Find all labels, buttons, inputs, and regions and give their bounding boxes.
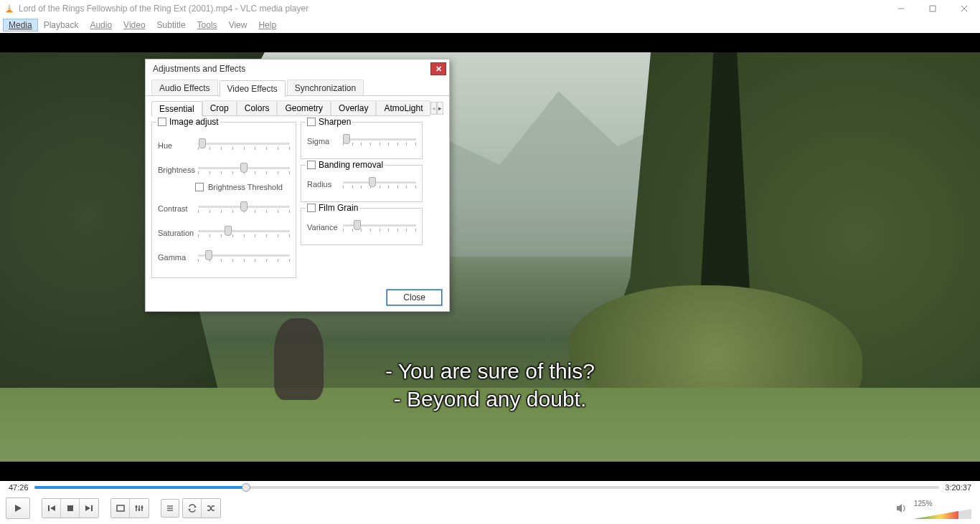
video-area[interactable]: - You are sure of this? - Beyond any dou… [0,33,980,481]
menu-view[interactable]: View [223,19,253,32]
dialog-close-button[interactable]: ✕ [430,62,446,75]
label-image-adjust: Image adjust [169,117,219,127]
view-group [110,498,149,518]
minimize-button[interactable] [885,0,917,17]
loop-button[interactable] [183,499,202,518]
label-brightness-threshold: Brightness Threshold [208,183,283,191]
group-image-adjust: Image adjust Hue Brightness Brightness T… [151,122,296,278]
slider-sigma[interactable] [343,134,416,148]
label-banding-removal: Banding removal [319,160,383,170]
close-button[interactable] [948,0,980,17]
window-title: Lord of the Rings Fellowship of the Ring… [19,4,885,14]
svg-rect-13 [91,505,93,511]
menubar: Media Playback Audio Video Subtitle Tool… [0,17,980,33]
menu-subtitle[interactable]: Subtitle [151,19,192,32]
volume-slider[interactable] [914,508,971,520]
window-controls [885,0,980,17]
subtab-overlay[interactable]: Overlay [331,100,376,115]
speaker-icon[interactable] [895,502,908,515]
maximize-button[interactable] [917,0,948,17]
label-saturation: Saturation [158,229,195,237]
subtitle-line-2: - Beyond any doubt. [385,385,595,413]
label-brightness: Brightness [158,166,195,174]
svg-marker-28 [914,511,958,519]
subtab-scroll-right[interactable]: ▸ [437,102,443,115]
vlc-cone-icon [4,4,14,14]
menu-audio[interactable]: Audio [84,19,118,32]
checkbox-film-grain[interactable] [307,204,316,212]
label-gamma: Gamma [158,253,195,262]
menu-video[interactable]: Video [118,19,151,32]
subtab-colors[interactable]: Colors [237,100,278,115]
extended-settings-button[interactable] [130,499,149,518]
label-sigma: Sigma [307,137,340,146]
titlebar: Lord of the Rings Fellowship of the Ring… [0,0,980,17]
slider-variance[interactable] [343,220,416,234]
next-button[interactable] [80,499,98,518]
dialog-titlebar[interactable]: Adjustments and Effects ✕ [146,59,449,78]
checkbox-banding-removal[interactable] [307,161,316,169]
label-variance: Variance [307,223,340,232]
shuffle-button[interactable] [202,499,220,518]
label-radius: Radius [307,180,340,189]
close-button[interactable]: Close [387,290,442,305]
subtab-geometry[interactable]: Geometry [277,100,331,115]
previous-button[interactable] [42,499,61,518]
tab-synchronization[interactable]: Synchronization [287,80,364,95]
playlist-button[interactable] [161,499,179,518]
svg-marker-12 [85,505,90,511]
checkbox-image-adjust[interactable] [158,118,166,126]
label-contrast: Contrast [158,204,195,213]
svg-rect-3 [8,9,11,9]
subtab-crop[interactable]: Crop [202,100,237,115]
volume-label: 125% [914,500,933,508]
checkbox-brightness-threshold[interactable] [195,183,204,191]
adjustments-dialog: Adjustments and Effects ✕ Audio Effects … [145,59,450,312]
play-button[interactable] [6,497,30,519]
svg-rect-11 [67,505,73,511]
svg-rect-9 [48,505,50,511]
menu-tools[interactable]: Tools [192,19,223,32]
seek-slider[interactable] [34,485,940,490]
svg-point-20 [141,507,143,509]
subtitle-line-1: - You are sure of this? [385,357,595,385]
slider-saturation[interactable] [198,226,290,240]
svg-marker-10 [50,505,55,511]
dialog-title: Adjustments and Effects [153,64,430,74]
group-film-grain: Film Grain Variance [301,208,423,245]
time-elapsed[interactable]: 47:26 [9,483,29,492]
loop-group [182,498,221,518]
subtab-essential[interactable]: Essential [151,101,202,116]
label-film-grain: Film Grain [319,203,358,213]
slider-brightness[interactable] [198,163,290,177]
tab-video-effects[interactable]: Video Effects [220,80,286,96]
checkbox-sharpen[interactable] [307,118,316,126]
time-total[interactable]: 3:20:37 [945,483,971,492]
tab-audio-effects[interactable]: Audio Effects [151,80,218,95]
svg-rect-5 [930,6,936,11]
stop-button[interactable] [61,499,80,518]
skip-group [42,498,99,518]
subtab-scroll-left[interactable]: ◂ [430,102,437,115]
svg-point-18 [136,506,138,508]
label-sharpen: Sharpen [319,117,351,127]
label-hue: Hue [158,141,195,150]
fullscreen-button[interactable] [111,499,130,518]
subtab-atmolight[interactable]: AtmoLight [376,100,430,115]
menu-playback[interactable]: Playback [38,19,85,32]
svg-point-19 [138,509,141,511]
svg-marker-8 [15,505,22,512]
slider-radius[interactable] [343,177,416,191]
svg-rect-14 [117,505,124,511]
slider-hue[interactable] [198,138,290,153]
controls-row: 125% [0,494,980,523]
slider-gamma[interactable] [198,250,290,265]
menu-media[interactable]: Media [3,19,38,32]
seek-row: 47:26 3:20:37 [0,481,980,494]
subtab-row: Essential Crop Colors Geometry Overlay A… [146,96,449,116]
svg-marker-25 [188,509,191,510]
svg-rect-1 [6,11,13,13]
slider-contrast[interactable] [198,201,290,216]
group-sharpen: Sharpen Sigma [301,122,423,159]
menu-help[interactable]: Help [253,19,282,32]
